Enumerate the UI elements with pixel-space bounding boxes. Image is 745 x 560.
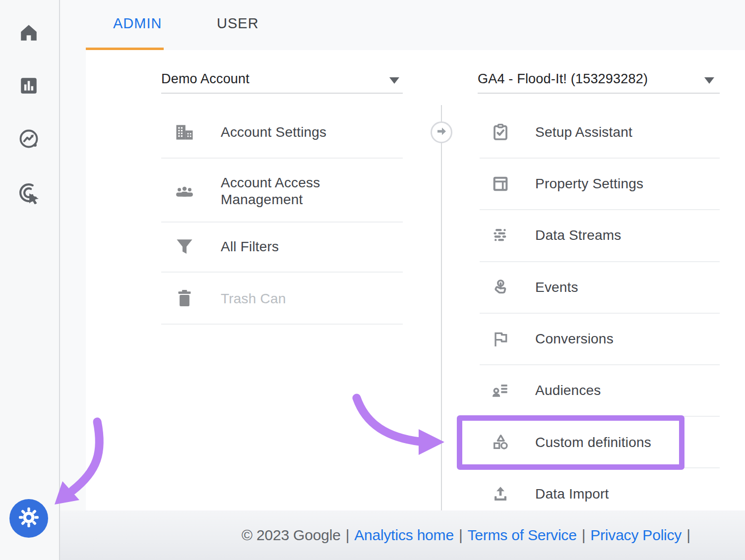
menu-item-label: Audiences: [535, 382, 601, 399]
menu-item-label: Account Settings: [221, 124, 326, 141]
funnel-icon: [174, 236, 195, 258]
menu-item-label: Events: [535, 279, 578, 296]
menu-item-account-access-management[interactable]: Account Access Management: [161, 167, 403, 216]
divider: [480, 158, 720, 159]
tap-icon: [490, 278, 511, 297]
footer-separator: |: [686, 527, 690, 543]
divider: [480, 209, 720, 210]
menu-item-audiences[interactable]: Audiences: [480, 366, 720, 415]
divider: [161, 158, 403, 159]
selector-underline: [478, 93, 720, 94]
menu-item-label: Data Import: [535, 486, 609, 503]
analytics-home-link[interactable]: Analytics home: [354, 527, 454, 543]
explore-icon: [17, 127, 40, 150]
window-layout-icon: [490, 174, 511, 194]
menu-item-conversions[interactable]: Conversions: [480, 314, 720, 364]
footer-separator: |: [459, 527, 463, 543]
selector-underline: [161, 93, 403, 94]
gear-icon: [17, 506, 40, 531]
tab-admin[interactable]: ADMIN: [113, 15, 162, 32]
menu-item-label: Property Settings: [535, 175, 643, 192]
arrow-right-icon: [435, 125, 448, 140]
menu-item-trash-can: Trash Can: [161, 274, 403, 324]
dropdown-caret-icon: [389, 77, 399, 84]
privacy-policy-link[interactable]: Privacy Policy: [590, 527, 682, 543]
sidebar-item-home[interactable]: [18, 22, 39, 43]
menu-item-label: All Filters: [221, 238, 279, 255]
menu-item-setup-assistant[interactable]: Setup Assistant: [480, 108, 720, 157]
property-selector-value: GA4 - Flood-It! (153293282): [478, 71, 648, 86]
column-divider: [441, 105, 442, 510]
menu-item-label: Trash Can: [221, 290, 286, 307]
sidebar-item-reports[interactable]: [18, 75, 39, 96]
footer-separator: |: [582, 527, 586, 543]
menu-item-label: Custom definitions: [535, 434, 651, 451]
clipboard-check-icon: [490, 122, 511, 142]
footer-separator: |: [346, 527, 350, 543]
footer: © 2023 Google|Analytics home|Terms of Se…: [242, 527, 695, 544]
dropdown-caret-icon: [704, 77, 714, 84]
sidebar-item-admin-settings[interactable]: [9, 499, 48, 538]
menu-item-events[interactable]: Events: [480, 263, 720, 312]
advertising-icon: [17, 181, 40, 204]
property-selector[interactable]: GA4 - Flood-It! (153293282): [478, 71, 720, 87]
menu-item-property-settings[interactable]: Property Settings: [480, 159, 720, 209]
menu-item-data-streams[interactable]: Data Streams: [480, 211, 720, 260]
home-icon: [18, 22, 39, 43]
flag-icon: [490, 329, 511, 349]
menu-item-label: Data Streams: [535, 227, 621, 244]
people-icon: [174, 180, 195, 202]
menu-item-custom-definitions[interactable]: Custom definitions: [480, 418, 720, 467]
shapes-icon: [490, 433, 511, 452]
divider: [161, 272, 403, 273]
menu-item-label: Conversions: [535, 331, 614, 347]
ga-admin-screen: ADMIN USER Demo Account GA4 - Flood-It! …: [0, 0, 745, 560]
sidebar-item-advertising[interactable]: [17, 181, 40, 204]
menu-item-label: Account Access Management: [221, 174, 345, 208]
audience-icon: [490, 381, 511, 400]
divider: [161, 222, 403, 223]
data-streams-icon: [490, 225, 511, 245]
divider: [480, 261, 720, 262]
menu-item-account-settings[interactable]: Account Settings: [161, 108, 403, 157]
account-selector-value: Demo Account: [161, 71, 249, 86]
building-icon: [174, 121, 195, 143]
tab-user[interactable]: USER: [217, 15, 259, 32]
trash-icon: [174, 288, 195, 310]
sidebar-item-explore[interactable]: [17, 127, 40, 150]
divider: [480, 313, 720, 314]
reports-icon: [18, 75, 39, 96]
divider: [480, 467, 720, 468]
terms-of-service-link[interactable]: Terms of Service: [467, 527, 576, 543]
copyright-text: © 2023 Google: [242, 527, 341, 543]
app-sidebar: [0, 0, 60, 560]
menu-item-all-filters[interactable]: All Filters: [161, 222, 403, 272]
upload-icon: [490, 484, 511, 504]
divider: [161, 324, 403, 325]
divider: [480, 416, 720, 417]
account-selector[interactable]: Demo Account: [161, 71, 403, 87]
menu-item-label: Setup Assistant: [535, 124, 632, 141]
divider: [480, 364, 720, 365]
collapse-column-button[interactable]: [431, 121, 452, 143]
